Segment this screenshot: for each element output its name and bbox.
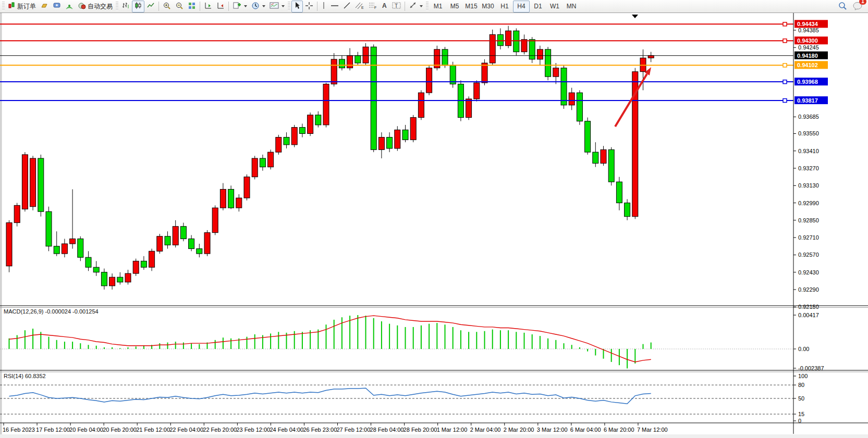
price-tick-label: 0.93685 bbox=[798, 114, 819, 120]
candle bbox=[545, 49, 551, 77]
price-badge-label: 0.93968 bbox=[797, 79, 818, 85]
candle bbox=[474, 83, 480, 99]
candle bbox=[450, 66, 456, 84]
price-tick-label: 0.92150 bbox=[798, 304, 819, 310]
time-label: 2 Mar 04:00 bbox=[470, 427, 501, 433]
macd-label: MACD(12,26,9) -0.000024 -0.001254 bbox=[4, 308, 99, 315]
candle bbox=[608, 149, 614, 182]
candle bbox=[197, 249, 202, 254]
candle bbox=[537, 49, 543, 59]
time-label: 17 Feb 12:00 bbox=[36, 427, 70, 433]
rsi-tick-label: 15 bbox=[798, 411, 804, 417]
candle bbox=[426, 68, 432, 93]
price-tick-label: 0.92850 bbox=[798, 217, 819, 223]
candle bbox=[109, 277, 115, 286]
candle bbox=[490, 34, 495, 63]
line-handle[interactable] bbox=[783, 80, 787, 84]
time-label: 22 Feb 04:00 bbox=[169, 427, 203, 433]
time-label: 21 Feb 12:00 bbox=[136, 427, 170, 433]
macd-tick-label: 0.00 bbox=[798, 346, 809, 352]
candle bbox=[30, 158, 36, 207]
price-tick-label: 0.93130 bbox=[798, 182, 819, 189]
chart-canvas[interactable]: 0.944340.943000.941800.941020.939680.938… bbox=[0, 0, 868, 438]
candle bbox=[418, 93, 424, 118]
price-tick-label: 0.92990 bbox=[798, 200, 819, 206]
rsi-label: RSI(14) 60.8352 bbox=[4, 373, 46, 379]
candle bbox=[101, 272, 107, 286]
candle bbox=[371, 47, 376, 149]
candle bbox=[236, 198, 242, 208]
price-badge-label: 0.93817 bbox=[797, 97, 818, 104]
candle bbox=[62, 244, 67, 254]
candle bbox=[323, 84, 329, 124]
candle bbox=[291, 128, 297, 145]
candle bbox=[22, 155, 28, 209]
candle bbox=[180, 227, 186, 239]
time-label: 26 Feb 23:00 bbox=[303, 427, 337, 433]
time-label: 1 Mar 12:00 bbox=[437, 427, 468, 433]
rsi-tick-label: 0 bbox=[798, 418, 801, 424]
rsi-tick-label: 100 bbox=[798, 373, 808, 379]
candle bbox=[521, 40, 527, 52]
price-tick-label: 0.94245 bbox=[798, 44, 819, 51]
time-label: 3 Mar 12:00 bbox=[537, 427, 568, 433]
time-label: 20 Feb 20:00 bbox=[103, 427, 137, 433]
candle bbox=[363, 47, 369, 63]
candle bbox=[252, 158, 258, 177]
line-handle[interactable] bbox=[783, 64, 787, 67]
price-tick-label: 0.92290 bbox=[798, 286, 819, 293]
rsi-tick-label: 50 bbox=[798, 395, 804, 402]
candle bbox=[514, 31, 519, 52]
candle bbox=[648, 56, 654, 58]
candle bbox=[410, 118, 416, 140]
time-label: 23 Feb 12:00 bbox=[236, 427, 270, 433]
price-tick-label: 0.93270 bbox=[798, 165, 819, 171]
candle bbox=[308, 115, 313, 134]
candle bbox=[133, 261, 139, 273]
candle bbox=[315, 115, 321, 125]
candle bbox=[529, 40, 535, 59]
candle bbox=[299, 128, 305, 134]
line-handle[interactable] bbox=[783, 99, 787, 103]
candle bbox=[141, 261, 146, 267]
candle bbox=[442, 49, 448, 66]
candle bbox=[497, 34, 503, 45]
price-tick-label: 0.93410 bbox=[798, 148, 819, 154]
candle bbox=[38, 158, 44, 211]
time-label: 7 Mar 12:00 bbox=[637, 427, 668, 433]
candle bbox=[6, 223, 12, 266]
candle bbox=[260, 158, 265, 167]
candle bbox=[149, 251, 155, 267]
candle bbox=[378, 137, 384, 150]
candle bbox=[46, 211, 52, 246]
candle bbox=[165, 236, 170, 245]
line-handle[interactable] bbox=[783, 22, 787, 26]
candle bbox=[482, 63, 487, 83]
candle bbox=[204, 233, 210, 254]
price-tick-label: 0.94385 bbox=[798, 27, 819, 33]
candle bbox=[585, 121, 591, 152]
candle bbox=[402, 130, 408, 140]
macd-tick-label: 0.00417 bbox=[798, 312, 819, 318]
time-label: 28 Feb 04:00 bbox=[370, 427, 404, 433]
price-tick-label: 0.92710 bbox=[798, 234, 819, 241]
rsi-tick-label: 80 bbox=[798, 382, 804, 388]
candle bbox=[625, 203, 630, 217]
candle bbox=[466, 99, 472, 118]
line-handle[interactable] bbox=[783, 39, 787, 43]
macd-tick-label: -0.002387 bbox=[798, 365, 824, 371]
window-bottom-edge bbox=[0, 434, 868, 438]
price-tick-label: 0.93550 bbox=[798, 130, 819, 136]
candle bbox=[228, 189, 234, 208]
price-tick-label: 0.92430 bbox=[798, 269, 819, 276]
candle bbox=[125, 273, 131, 282]
price-badge-label: 0.94300 bbox=[797, 37, 818, 44]
candle bbox=[157, 236, 163, 252]
candle bbox=[593, 152, 598, 163]
candle bbox=[93, 267, 99, 272]
candle bbox=[355, 56, 361, 63]
candle bbox=[244, 177, 250, 198]
candle bbox=[70, 239, 76, 244]
candle bbox=[189, 239, 194, 249]
time-label: 27 Feb 12:00 bbox=[337, 427, 371, 433]
